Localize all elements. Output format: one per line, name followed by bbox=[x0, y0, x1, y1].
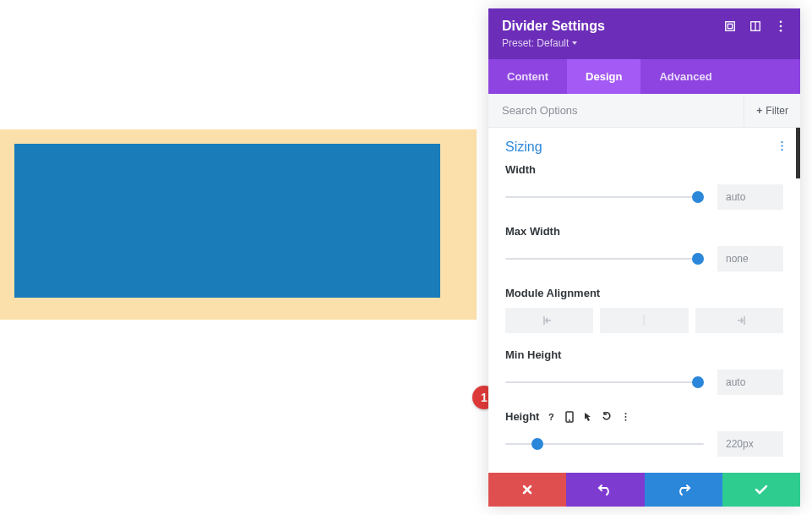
reset-icon[interactable] bbox=[602, 412, 612, 422]
align-left-button[interactable] bbox=[505, 308, 593, 333]
divider-module[interactable] bbox=[14, 144, 440, 298]
tab-advanced[interactable]: Advanced bbox=[640, 59, 730, 94]
input-max-width-value[interactable] bbox=[717, 246, 783, 271]
svg-point-6 bbox=[780, 30, 782, 32]
slider-height[interactable] bbox=[505, 436, 704, 452]
filter-button[interactable]: + Filter bbox=[744, 95, 800, 127]
slider-thumb[interactable] bbox=[531, 438, 543, 450]
chevron-down-icon bbox=[572, 41, 577, 45]
tab-design[interactable]: Design bbox=[567, 59, 640, 94]
svg-point-4 bbox=[780, 20, 782, 23]
slider-thumb[interactable] bbox=[692, 191, 704, 203]
undo-button[interactable] bbox=[566, 473, 644, 507]
section-options-icon[interactable] bbox=[781, 140, 783, 154]
field-width: Width bbox=[505, 163, 783, 210]
svg-point-18 bbox=[624, 419, 626, 420]
input-min-height-value[interactable] bbox=[717, 370, 783, 395]
save-button[interactable] bbox=[722, 473, 800, 507]
slider-thumb[interactable] bbox=[692, 376, 704, 388]
search-input[interactable] bbox=[488, 94, 744, 127]
svg-point-8 bbox=[781, 145, 782, 146]
align-center-button[interactable] bbox=[600, 308, 688, 333]
tabs: Content Design Advanced bbox=[488, 59, 800, 94]
slider-width[interactable] bbox=[505, 189, 704, 205]
section-title: Sizing bbox=[505, 140, 542, 155]
field-max-width: Max Width bbox=[505, 225, 783, 271]
input-width-value[interactable] bbox=[717, 184, 783, 210]
cancel-button[interactable] bbox=[488, 473, 566, 507]
field-max-height: Max Height bbox=[505, 472, 783, 473]
align-right-button[interactable] bbox=[695, 308, 783, 333]
tab-content[interactable]: Content bbox=[488, 59, 567, 94]
help-icon[interactable]: ? bbox=[546, 412, 556, 422]
input-height-value[interactable] bbox=[717, 431, 783, 457]
settings-panel: Divider Settings Preset: Default Content… bbox=[488, 8, 800, 507]
drag-position-icon[interactable] bbox=[749, 20, 761, 32]
field-alignment: Module Alignment bbox=[505, 287, 783, 333]
label-max-height: Max Height bbox=[505, 472, 564, 473]
slider-min-height[interactable] bbox=[505, 375, 704, 390]
options-icon[interactable] bbox=[620, 412, 630, 422]
svg-text:?: ? bbox=[548, 412, 554, 422]
svg-rect-1 bbox=[728, 24, 732, 28]
panel-body: Sizing Width Max Width bbox=[488, 128, 800, 473]
svg-point-9 bbox=[781, 149, 782, 151]
section-sizing: Sizing Width Max Width bbox=[488, 128, 800, 473]
field-height: Height ? bbox=[505, 410, 783, 457]
label-min-height: Min Height bbox=[505, 348, 561, 361]
filter-label: Filter bbox=[766, 105, 788, 117]
field-min-height: Min Height bbox=[505, 348, 783, 395]
panel-footer bbox=[488, 473, 800, 507]
panel-header: Divider Settings Preset: Default bbox=[488, 8, 800, 59]
preset-label: Preset: Default bbox=[502, 37, 569, 49]
preset-dropdown[interactable]: Preset: Default bbox=[502, 37, 577, 49]
svg-point-5 bbox=[780, 25, 782, 28]
kebab-menu-icon[interactable] bbox=[775, 20, 787, 32]
slider-max-width[interactable] bbox=[505, 251, 704, 266]
label-alignment: Module Alignment bbox=[505, 287, 600, 299]
svg-rect-0 bbox=[726, 22, 735, 31]
search-row: + Filter bbox=[488, 94, 800, 128]
svg-point-7 bbox=[781, 141, 782, 143]
label-max-width: Max Width bbox=[505, 225, 560, 238]
redo-button[interactable] bbox=[645, 473, 722, 507]
expand-icon[interactable] bbox=[724, 20, 736, 32]
hover-icon[interactable] bbox=[583, 412, 593, 422]
responsive-icon[interactable] bbox=[564, 412, 575, 422]
slider-thumb[interactable] bbox=[692, 253, 704, 265]
scrollbar[interactable] bbox=[796, 128, 800, 178]
svg-point-16 bbox=[624, 413, 626, 414]
canvas-section bbox=[0, 129, 477, 320]
label-width: Width bbox=[505, 163, 536, 176]
label-height: Height bbox=[505, 410, 539, 423]
plus-icon: + bbox=[756, 105, 762, 117]
svg-point-17 bbox=[624, 416, 626, 418]
panel-title: Divider Settings bbox=[502, 19, 605, 34]
